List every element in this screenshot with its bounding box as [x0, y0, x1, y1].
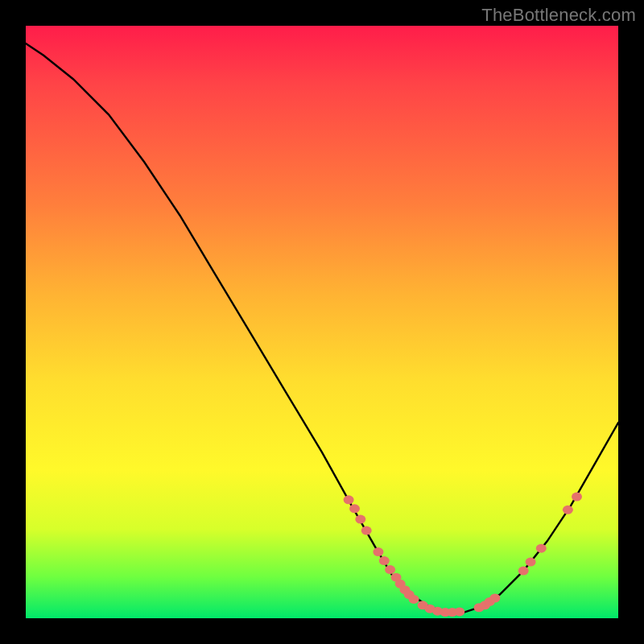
curve-marker — [454, 607, 464, 616]
curve-marker — [361, 526, 372, 535]
curve-markers — [344, 493, 582, 617]
curve-marker — [518, 567, 529, 576]
curve-marker — [385, 565, 395, 574]
curve-marker — [409, 595, 419, 604]
curve-marker — [563, 506, 573, 514]
curve-marker — [572, 493, 582, 502]
bottleneck-curve — [26, 43, 618, 613]
curve-marker — [355, 515, 365, 524]
curve-svg — [26, 26, 618, 618]
plot-area — [26, 26, 618, 618]
curve-marker — [344, 495, 354, 504]
chart-frame: TheBottleneck.com — [0, 0, 644, 644]
curve-marker — [349, 504, 360, 513]
curve-marker — [536, 544, 547, 553]
curve-marker — [526, 558, 536, 567]
curve-marker — [373, 547, 383, 556]
curve-marker — [379, 556, 390, 565]
watermark-text: TheBottleneck.com — [481, 5, 636, 26]
curve-marker — [489, 594, 500, 603]
